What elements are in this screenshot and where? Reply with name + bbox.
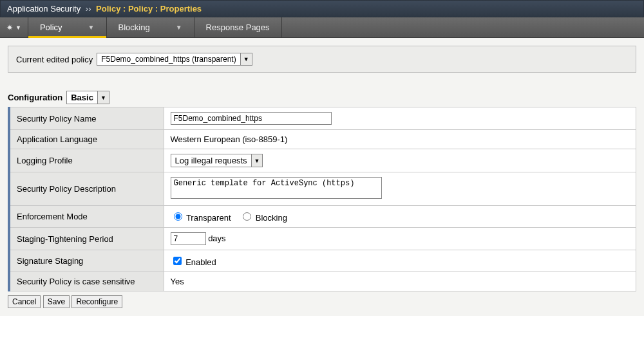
breadcrumb-separator: ››	[83, 4, 94, 14]
case-sensitive-value: Yes	[164, 272, 636, 291]
action-buttons: Cancel Save Reconfigure	[8, 295, 636, 308]
reconfigure-button[interactable]: Reconfigure	[71, 295, 122, 308]
tab-policy-label: Policy	[40, 23, 62, 32]
signature-staging-label: Enabled	[185, 257, 216, 267]
settings-gear-menu[interactable]: ✷ ▼	[0, 17, 28, 37]
tab-bar: ✷ ▼ Policy ▼ Blocking ▼ Response Pages	[0, 17, 644, 38]
enforcement-blocking-label: Blocking	[256, 213, 287, 223]
row-label-app-language: Application Language	[9, 130, 164, 149]
tab-blocking[interactable]: Blocking ▼	[107, 17, 194, 37]
configuration-value: Basic	[67, 91, 97, 104]
chevron-down-icon: ▼	[176, 24, 182, 31]
cancel-button[interactable]: Cancel	[8, 295, 41, 308]
save-button[interactable]: Save	[43, 295, 70, 308]
current-policy-panel: Current edited policy F5Demo_combined_ht…	[8, 46, 636, 73]
tab-blocking-label: Blocking	[118, 23, 150, 32]
configuration-select[interactable]: Basic ▼	[66, 91, 109, 104]
row-label-case-sensitive: Security Policy is case sensitive	[9, 272, 164, 291]
logging-profile-select[interactable]: Log illegal requests ▼	[171, 154, 263, 167]
configuration-label: Configuration	[8, 93, 62, 102]
row-label-staging-period: Staging-Tightening Period	[9, 228, 164, 250]
enforcement-blocking-radio[interactable]	[243, 212, 251, 221]
tab-policy[interactable]: Policy ▼	[28, 17, 107, 37]
row-label-signature-staging: Signature Staging	[9, 250, 164, 272]
row-label-policy-name: Security Policy Name	[9, 107, 164, 130]
tab-response-pages[interactable]: Response Pages	[194, 17, 282, 37]
current-policy-label: Current edited policy	[16, 55, 93, 64]
chevron-down-icon: ▼	[97, 91, 109, 104]
policy-description-textarea[interactable]	[171, 177, 382, 199]
signature-staging-option[interactable]: Enabled	[171, 257, 216, 267]
current-policy-value: F5Demo_combined_https (transparent)	[97, 53, 240, 65]
tab-response-label: Response Pages	[206, 23, 270, 32]
chevron-down-icon: ▼	[251, 154, 263, 167]
current-policy-select[interactable]: F5Demo_combined_https (transparent) ▼	[97, 53, 252, 66]
app-language-value: Western European (iso-8859-1)	[164, 130, 636, 149]
chevron-down-icon: ▼	[88, 24, 95, 31]
enforcement-transparent-label: Transparent	[186, 213, 231, 223]
enforcement-transparent-option[interactable]: Transparent	[171, 213, 234, 223]
enforcement-blocking-option[interactable]: Blocking	[240, 213, 287, 223]
breadcrumb: Policy : Policy : Properties	[96, 4, 202, 14]
configuration-row: Configuration Basic ▼	[8, 91, 636, 104]
gear-icon: ✷	[6, 23, 13, 32]
row-label-description: Security Policy Description	[9, 172, 164, 206]
row-label-logging-profile: Logging Profile	[9, 149, 164, 172]
app-name: Application Security	[7, 4, 80, 14]
staging-period-input[interactable]	[171, 232, 206, 245]
main-content: Current edited policy F5Demo_combined_ht…	[0, 38, 644, 316]
signature-staging-checkbox[interactable]	[173, 257, 182, 265]
title-bar: Application Security ›› Policy : Policy …	[0, 0, 644, 17]
row-label-enforcement: Enforcement Mode	[9, 206, 164, 228]
properties-table: Security Policy Name Application Languag…	[8, 107, 636, 291]
enforcement-transparent-radio[interactable]	[174, 212, 182, 221]
policy-name-input[interactable]	[171, 112, 332, 125]
chevron-down-icon: ▼	[15, 24, 21, 31]
logging-profile-value: Log illegal requests	[171, 154, 251, 167]
staging-period-unit: days	[208, 234, 225, 243]
chevron-down-icon: ▼	[240, 53, 252, 65]
